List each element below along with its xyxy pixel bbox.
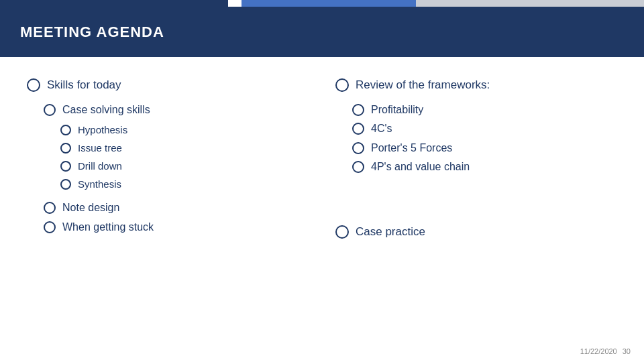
bullet-icon — [60, 125, 71, 135]
item-label: When getting stuck — [62, 220, 154, 235]
page-title: MEETING AGENDA — [20, 23, 164, 41]
bullet-icon — [27, 78, 40, 92]
bullet-icon — [44, 202, 56, 214]
item-label: Note design — [62, 200, 119, 215]
list-item: Synthesis — [60, 177, 309, 191]
list-item: Skills for today — [27, 77, 309, 93]
item-label: Hypothesis — [78, 123, 127, 137]
spacer — [335, 184, 617, 224]
main-content: Skills for today Case solving skills Hyp… — [0, 57, 644, 362]
right-column: Review of the frameworks: Profitability … — [322, 77, 617, 349]
bar-segment-2 — [228, 0, 241, 7]
footer-page: 30 — [623, 347, 631, 355]
bullet-icon — [335, 78, 349, 92]
item-label: Review of the frameworks: — [356, 77, 490, 93]
bullet-icon — [335, 225, 349, 239]
item-label: Case solving skills — [62, 103, 150, 117]
bar-segment-3 — [241, 0, 416, 7]
item-label: Drill down — [78, 159, 122, 173]
footer-date: 11/22/2020 — [580, 347, 617, 355]
list-item: Case solving skills — [44, 103, 309, 117]
item-label: Skills for today — [47, 77, 121, 93]
bullet-icon — [44, 104, 56, 116]
bullet-icon — [352, 104, 364, 116]
bullet-icon — [60, 143, 71, 154]
footer: 11/22/2020 30 — [580, 347, 631, 355]
item-label: Case practice — [356, 224, 425, 240]
item-label: 4P's and value chain — [371, 160, 470, 174]
bar-segment-1 — [0, 0, 228, 7]
list-item: Hypothesis — [60, 123, 309, 137]
top-color-bar — [0, 0, 644, 7]
item-label: Porter's 5 Forces — [371, 141, 452, 156]
list-item: Case practice — [335, 224, 617, 240]
list-item: Issue tree — [60, 141, 309, 155]
bar-segment-4 — [416, 0, 644, 7]
bullet-icon — [60, 161, 71, 172]
item-label: 4C's — [371, 121, 392, 136]
list-item: 4P's and value chain — [352, 160, 617, 174]
list-item: When getting stuck — [44, 220, 309, 235]
header: MEETING AGENDA — [0, 7, 644, 57]
list-item: 4C's — [352, 121, 617, 136]
list-item: Profitability — [352, 103, 617, 117]
bullet-icon — [352, 161, 364, 173]
left-column: Skills for today Case solving skills Hyp… — [27, 77, 322, 349]
list-item: Note design — [44, 200, 309, 215]
item-label: Issue tree — [78, 141, 122, 155]
list-item: Review of the frameworks: — [335, 77, 617, 93]
bullet-icon — [352, 123, 364, 135]
bullet-icon — [44, 221, 56, 233]
list-item: Drill down — [60, 159, 309, 173]
bullet-icon — [352, 142, 364, 154]
list-item: Porter's 5 Forces — [352, 141, 617, 156]
item-label: Profitability — [371, 103, 423, 117]
item-label: Synthesis — [78, 177, 121, 191]
bullet-icon — [60, 179, 71, 190]
